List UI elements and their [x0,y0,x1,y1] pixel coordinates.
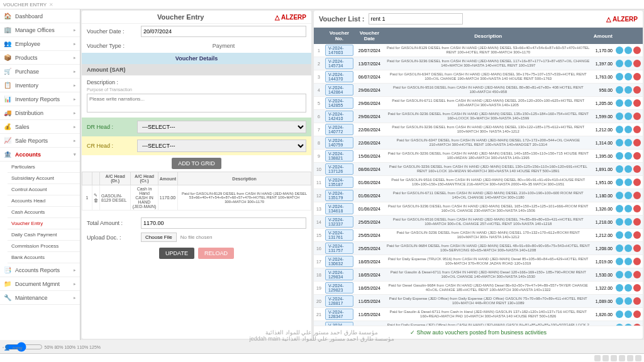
print-icon[interactable] [625,258,632,265]
print-icon[interactable] [625,192,632,199]
voucher-no-link[interactable]: V-2024-138821 [325,150,353,162]
voucher-no-link[interactable]: V-2024-131757 [325,243,353,254]
delete-icon[interactable] [633,47,641,54]
view-icon[interactable] [616,205,623,212]
print-icon[interactable] [625,112,632,120]
delete-icon[interactable] [633,86,641,94]
voucher-no-link[interactable]: V-2024-140759 [325,137,353,148]
print-icon[interactable] [625,231,632,239]
voucher-date-input[interactable] [141,26,306,37]
nav-item[interactable]: 📈Sale Reports▸ [0,134,80,148]
add-to-grid-button[interactable]: ADD TO GRID [172,158,221,169]
delete-icon[interactable] [633,178,641,186]
delete-icon[interactable] [633,310,641,318]
nav-sub-item[interactable]: Subsidiary Account [8,173,80,184]
view-icon[interactable] [616,284,623,292]
voucher-no-link[interactable]: V-2024-134618 [325,203,353,214]
voucher-no-link[interactable]: V-2024-142410 [325,111,353,122]
voucher-no-link[interactable]: V-2024-142855 [325,97,353,109]
voucher-no-link[interactable]: V-2024-128347 [325,309,353,320]
view-icon[interactable] [616,60,623,67]
nav-item[interactable]: 🏠Dashboard [0,9,80,23]
view-icon[interactable] [616,139,623,146]
view-icon[interactable] [616,271,623,278]
nav-sub-item[interactable]: Cash Accounts [8,207,80,218]
nav-sub-item[interactable]: Daily Cash Payment [8,229,80,241]
delete-icon[interactable] [633,218,641,226]
edit-icon[interactable]: ✎🗑 [92,185,100,211]
update-button[interactable]: UPDATE [159,248,194,259]
print-icon[interactable] [625,139,632,146]
nav-item[interactable]: 📑Accounts Reports▸ [0,263,80,277]
description-input[interactable] [87,94,306,112]
view-icon[interactable] [616,165,623,173]
reload-button[interactable]: RELOAD [198,248,234,259]
delete-icon[interactable] [633,60,641,67]
nav-item[interactable]: 🚚Distribution▸ [0,106,80,120]
delete-icon[interactable] [633,258,641,265]
delete-icon[interactable] [633,139,641,146]
dr-head-select[interactable]: ---SELECT--- [137,121,306,133]
print-icon[interactable] [625,284,632,292]
delete-icon[interactable] [633,205,641,212]
voucher-no-link[interactable]: V-2024-135187 [325,177,353,188]
view-icon[interactable] [616,152,623,160]
print-icon[interactable] [625,205,632,212]
nav-sub-item[interactable]: Commission Process [8,241,80,252]
nav-item[interactable]: 🏢Manage Offices▸ [0,23,80,37]
delete-icon[interactable] [633,126,641,133]
nav-item[interactable]: 👥Employee▸ [0,37,80,51]
print-icon[interactable] [625,218,632,226]
print-icon[interactable] [625,310,632,318]
print-icon[interactable] [625,86,632,94]
view-icon[interactable] [616,258,623,265]
voucher-no-link[interactable]: V-2024-135179 [325,190,353,201]
view-icon[interactable] [616,297,623,305]
print-icon[interactable] [625,99,632,107]
delete-icon[interactable] [633,231,641,239]
voucher-no-link[interactable]: V-2024-128817 [325,295,353,307]
choose-file-button[interactable]: Choose File [141,233,177,242]
nav-item[interactable]: 📦Products▸ [0,51,80,65]
view-icon[interactable] [616,192,623,199]
nav-item[interactable]: 💰Sales▸ [0,120,80,134]
delete-icon[interactable] [633,99,641,107]
print-icon[interactable] [625,165,632,173]
voucher-no-link[interactable]: V-2024-130632 [325,256,353,267]
print-icon[interactable] [625,271,632,278]
delete-icon[interactable] [633,152,641,160]
nav-item[interactable]: 📊Inventory Reports▸ [0,92,80,106]
voucher-no-link[interactable]: V-2024-131761 [325,229,353,241]
nav-sub-item[interactable]: Bank Accounts [8,252,80,263]
view-icon[interactable] [616,126,623,133]
print-icon[interactable] [625,60,632,67]
voucher-no-link[interactable]: V-2024-144370 [325,71,353,82]
voucher-no-link[interactable]: V-2024-129834 [325,269,353,280]
voucher-no-link[interactable]: V-2024-129823 [325,282,353,293]
voucher-no-link[interactable]: V-2024-145734 [325,58,353,69]
view-icon[interactable] [616,231,623,239]
print-icon[interactable] [625,152,632,160]
voucher-search-input[interactable] [369,13,463,25]
nav-sub-item[interactable]: Particulars [8,162,80,173]
voucher-no-link[interactable]: V-2024-147603 [325,45,353,56]
print-icon[interactable] [625,126,632,133]
view-icon[interactable] [616,244,623,252]
delete-icon[interactable] [633,284,641,292]
nav-item[interactable]: 🔧Maintenance▸ [0,291,80,305]
voucher-no-link[interactable]: V-2024-142864 [325,84,353,96]
view-icon[interactable] [616,178,623,186]
print-icon[interactable] [625,297,632,305]
nav-sub-item[interactable]: Accounts Head [8,195,80,207]
delete-icon[interactable] [633,112,641,120]
nav-accounts[interactable]: 🏦 Accounts ▾ [0,148,80,162]
delete-icon[interactable] [633,297,641,305]
cr-head-select[interactable]: ---SELECT--- [137,140,306,152]
print-icon[interactable] [625,244,632,252]
print-icon[interactable] [625,73,632,80]
print-icon[interactable] [625,178,632,186]
view-icon[interactable] [616,86,623,94]
nav-sub-item[interactable]: Voucher Entry [8,218,80,229]
view-icon[interactable] [616,310,623,318]
delete-icon[interactable] [633,271,641,278]
